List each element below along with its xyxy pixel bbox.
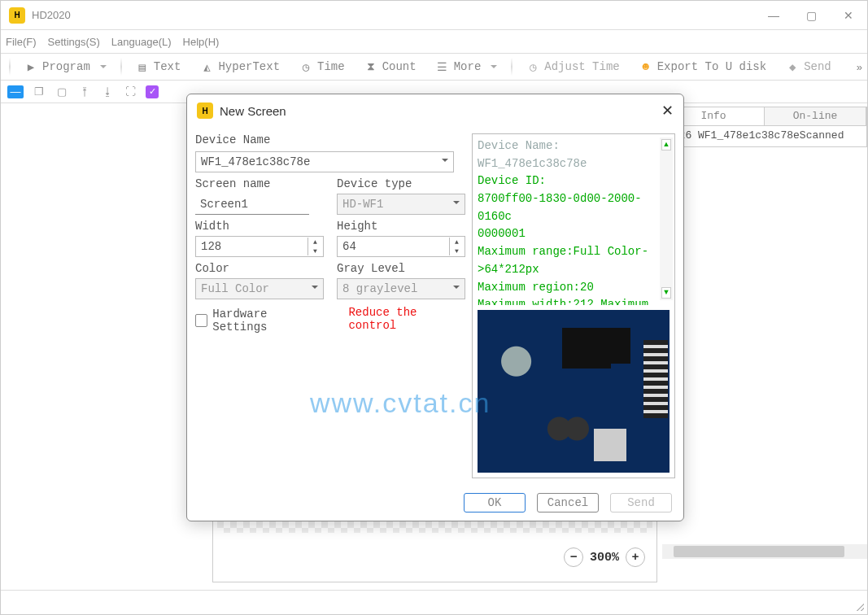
minimize-button[interactable]: —	[755, 1, 792, 30]
dialog-send-button[interactable]: Send	[610, 493, 672, 512]
sub-tool-copy-icon[interactable]: ❐	[32, 85, 46, 99]
app-icon: H	[9, 7, 25, 24]
cancel-button[interactable]: Cancel	[537, 493, 599, 512]
tab-online[interactable]: On-line	[765, 107, 866, 125]
maximize-button[interactable]: ▢	[792, 1, 830, 30]
resize-grip[interactable]	[854, 601, 864, 611]
zoom-in-button[interactable]: +	[626, 547, 645, 567]
hypertext-button[interactable]: ◭ HyperText	[191, 55, 289, 78]
info-line: 0000001	[478, 225, 670, 243]
info-line: Maximum region:20	[478, 279, 670, 297]
count-label: Count	[382, 60, 417, 73]
program-label: Program	[42, 60, 90, 73]
height-input[interactable]: 64 ▲▼	[337, 236, 465, 257]
device-name-label: Device Name	[195, 133, 465, 146]
info-scrollbar[interactable]: ▴ ▾	[660, 137, 673, 300]
close-button[interactable]: ✕	[830, 1, 867, 30]
scroll-up-icon[interactable]: ▴	[661, 139, 671, 150]
info-line: Maximum range:Full Color-	[478, 243, 670, 261]
toolbar-overflow[interactable]: »	[857, 61, 862, 73]
info-line: Device ID:	[478, 172, 670, 190]
export-label: Export To U disk	[657, 60, 766, 73]
scroll-down-icon[interactable]: ▾	[661, 287, 671, 299]
sub-tool-screen-icon[interactable]: —	[7, 85, 24, 98]
sub-tool-up-icon[interactable]: ⭱	[77, 85, 92, 99]
statusbar	[1, 590, 867, 614]
new-screen-dialog: H New Screen ✕ Device Name WF1_478e1c38c…	[186, 94, 684, 521]
menu-help[interactable]: Help(H)	[183, 36, 220, 48]
spin-up-icon[interactable]: ▲	[449, 238, 464, 246]
more-button[interactable]: ☰ More	[427, 55, 507, 78]
send-button[interactable]: ◆ Send	[777, 55, 840, 78]
width-label: Width	[195, 220, 324, 233]
time-button[interactable]: ◷ Time	[290, 55, 354, 78]
gray-label: Gray Level	[337, 262, 465, 275]
hypertext-icon: ◭	[200, 60, 213, 73]
more-icon: ☰	[436, 60, 449, 73]
clock-icon: ◷	[299, 60, 312, 73]
titlebar: H HD2020 — ▢ ✕	[1, 1, 867, 30]
menu-settings[interactable]: Settings(S)	[48, 36, 100, 48]
ok-button[interactable]: OK	[464, 493, 526, 512]
width-input[interactable]: 128 ▲▼	[195, 236, 324, 257]
dialog-title: New Screen	[220, 104, 286, 118]
text-label: Text	[154, 60, 181, 73]
reduce-note: Reduce the control	[348, 306, 465, 332]
chevron-down-icon	[453, 201, 460, 207]
export-icon: ☻	[639, 60, 652, 73]
sub-tool-paste-icon[interactable]: ▢	[55, 85, 69, 99]
screen-name-input[interactable]	[195, 194, 309, 215]
sub-tool-check-icon[interactable]: ✓	[146, 85, 159, 98]
height-label: Height	[337, 220, 465, 233]
text-button[interactable]: ▤ Text	[127, 55, 190, 78]
chevron-down-icon	[453, 286, 460, 292]
device-type-label: Device type	[337, 177, 465, 190]
zoom-out-button[interactable]: −	[564, 547, 583, 567]
sub-tool-down-icon[interactable]: ⭳	[100, 85, 115, 99]
device-name-dropdown[interactable]: WF1_478e1c38c78e	[195, 151, 454, 172]
info-line: >64*212px	[478, 261, 670, 279]
chevron-down-icon	[312, 286, 318, 292]
hypertext-label: HyperText	[218, 60, 280, 73]
height-value: 64	[342, 240, 356, 253]
scrollbar-thumb[interactable]	[674, 546, 844, 557]
hourglass-icon: ⧗	[364, 60, 377, 73]
send-icon: ◆	[786, 60, 799, 73]
adjust-time-icon: ◷	[526, 60, 539, 73]
spin-up-icon[interactable]: ▲	[308, 238, 322, 246]
menu-file[interactable]: File(F)	[6, 36, 37, 48]
device-board-image	[478, 310, 670, 473]
time-label: Time	[317, 60, 345, 73]
adjust-time-button[interactable]: ◷ Adjust Time	[517, 55, 628, 78]
screen-name-label: Screen name	[195, 177, 324, 190]
spin-down-icon[interactable]: ▼	[308, 246, 322, 255]
side-scrollbar[interactable]	[662, 544, 867, 559]
color-dropdown[interactable]: Full Color	[195, 278, 324, 299]
hardware-settings-label: Hardware Settings	[212, 308, 322, 334]
app-title: HD2020	[32, 9, 71, 21]
info-line: 8700ff00-1830-0d00-2000-0160c	[478, 190, 670, 225]
adjust-time-label: Adjust Time	[544, 60, 619, 73]
zoom-control: − 300% +	[564, 547, 645, 567]
menubar: File(F) Settings(S) Language(L) Help(H)	[1, 30, 867, 53]
export-button[interactable]: ☻ Export To U disk	[630, 55, 775, 78]
spin-down-icon[interactable]: ▼	[449, 246, 464, 255]
program-button[interactable]: ▶ Program	[15, 55, 116, 78]
side-panel: Info On-line 3:26 WF1_478e1c38c78eScanne…	[662, 107, 867, 562]
zoom-value: 300%	[590, 551, 619, 565]
menu-language[interactable]: Language(L)	[111, 36, 172, 48]
dialog-close-button[interactable]: ✕	[661, 102, 674, 120]
device-type-dropdown[interactable]: HD-WF1	[337, 194, 465, 215]
info-line: Maximum width:212 Maximum	[478, 296, 670, 305]
play-icon: ▶	[24, 60, 37, 73]
info-content: 3:26 WF1_478e1c38c78eScanned	[662, 126, 867, 147]
send-label: Send	[804, 60, 831, 73]
more-label: More	[454, 60, 482, 73]
count-button[interactable]: ⧗ Count	[355, 55, 425, 78]
gray-dropdown[interactable]: 8 graylevel	[337, 278, 465, 299]
hardware-settings-checkbox[interactable]	[195, 314, 207, 327]
width-value: 128	[201, 240, 221, 253]
color-value: Full Color	[201, 282, 269, 295]
color-label: Color	[195, 262, 324, 275]
sub-tool-expand-icon[interactable]: ⛶	[123, 85, 137, 99]
